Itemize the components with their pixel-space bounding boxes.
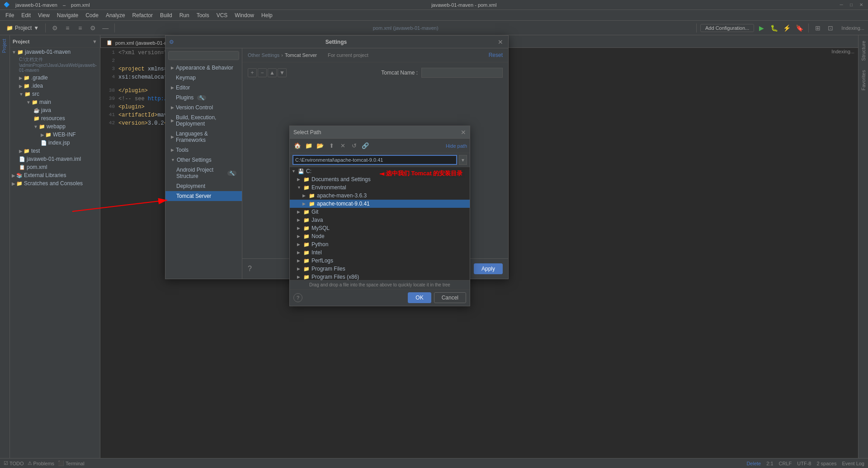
sp-path-input[interactable] <box>292 155 457 165</box>
toolbar-btn-4[interactable]: ⚙ <box>87 23 98 33</box>
right-tab-1[interactable]: Structure <box>859 37 868 65</box>
nav-languages[interactable]: ▶ Languages & Frameworks <box>165 129 242 145</box>
tree-item-java[interactable]: ☕ java <box>10 106 100 114</box>
menu-navigate[interactable]: Navigate <box>53 11 82 19</box>
tomcat-name-input[interactable] <box>421 68 503 78</box>
menu-tools[interactable]: Tools <box>193 11 213 19</box>
nav-tools[interactable]: ▶ Tools <box>165 145 242 155</box>
toolbar-btn-9[interactable]: ⊡ <box>825 23 836 33</box>
tree-item-ext-libs[interactable]: ▶ 📚 External Libraries <box>10 171 100 179</box>
sp-hide-path-btn[interactable]: Hide path <box>446 143 467 149</box>
nav-appearance[interactable]: ▶ Appearance & Behavior <box>165 63 242 73</box>
sp-delete-btn[interactable]: ✕ <box>338 141 348 151</box>
tree-item-pomxml[interactable]: 📋 pom.xml <box>10 163 100 171</box>
line-ending[interactable]: CRLF <box>779 461 792 466</box>
nav-keymap[interactable]: ▶ Keymap <box>165 73 242 83</box>
menu-analyze[interactable]: Analyze <box>102 11 129 19</box>
menu-refactor[interactable]: Refactor <box>129 11 156 19</box>
minimize-btn[interactable]: ─ <box>838 2 844 8</box>
sp-refresh-btn[interactable]: ↺ <box>349 141 359 151</box>
sp-help-btn[interactable]: ? <box>293 293 302 302</box>
close-btn[interactable]: ✕ <box>858 2 864 8</box>
nav-deployment[interactable]: Deployment <box>165 181 242 191</box>
todo-btn[interactable]: ☑ TODO <box>4 460 24 466</box>
sp-new-folder-btn[interactable]: 📂 <box>315 141 325 151</box>
sp-dropdown-btn[interactable]: ▼ <box>459 155 467 165</box>
toolbar-btn-2[interactable]: ≡ <box>62 23 73 33</box>
sp-item-git[interactable]: ▶ 📁 Git <box>290 208 470 216</box>
remove-btn[interactable]: − <box>258 68 267 77</box>
problems-btn[interactable]: ⚠ Problems <box>28 460 54 466</box>
tree-item-main[interactable]: ▼ 📁 main <box>10 98 100 106</box>
menu-build[interactable]: Build <box>156 11 176 19</box>
nav-android[interactable]: Android Project Structure 🔧 <box>165 165 242 181</box>
add-config-btn[interactable]: Add Configuration... <box>700 24 754 32</box>
sp-item-python[interactable]: ▶ 📁 Python <box>290 240 470 248</box>
menu-help[interactable]: Help <box>258 11 276 19</box>
tree-item-idea[interactable]: ▶ 📁 .idea <box>10 82 100 90</box>
nav-other-settings[interactable]: ▼ Other Settings <box>165 155 242 165</box>
nav-tomcat-server[interactable]: Tomcat Server <box>165 191 242 201</box>
settings-reset[interactable]: Reset <box>489 52 503 58</box>
sp-item-node[interactable]: ▶ 📁 Node <box>290 232 470 240</box>
help-icon[interactable]: ? <box>248 265 252 273</box>
maximize-btn[interactable]: □ <box>848 2 854 8</box>
menu-view[interactable]: View <box>34 11 53 19</box>
settings-close-btn[interactable]: ✕ <box>496 38 505 46</box>
tree-item-iml[interactable]: 📄 javaweb-01-maven.iml <box>10 155 100 163</box>
toolbar-btn-1[interactable]: ⚙ <box>49 23 60 33</box>
menu-code[interactable]: Code <box>82 11 102 19</box>
nav-version-control[interactable]: ▶ Version Control <box>165 103 242 112</box>
menu-edit[interactable]: Edit <box>18 11 34 19</box>
sp-item-programfiles[interactable]: ▶ 📁 Program Files <box>290 265 470 273</box>
toolbar-run-btn[interactable]: ▶ <box>756 23 767 33</box>
sp-folder-btn[interactable]: 📁 <box>304 141 314 151</box>
nav-editor[interactable]: ▶ Editor <box>165 83 242 93</box>
delete-action[interactable]: Delete <box>746 461 761 466</box>
sp-item-maven[interactable]: ▶ 📁 apache-maven-3.6.3 <box>290 192 470 200</box>
sp-item-env[interactable]: ▼ 📁 Environmental <box>290 183 470 192</box>
toolbar-btn-8[interactable]: ⊞ <box>812 23 823 33</box>
sp-item-intel[interactable]: ▶ 📁 Intel <box>290 248 470 257</box>
menu-window[interactable]: Window <box>231 11 258 19</box>
add-btn[interactable]: + <box>248 68 257 77</box>
event-log-btn[interactable]: Event Log <box>842 461 864 466</box>
sp-item-java[interactable]: ▶ 📁 Java <box>290 216 470 224</box>
tree-item-webapp[interactable]: ▼ 📁 webapp <box>10 122 100 131</box>
tree-item-resources[interactable]: 📁 resources <box>10 114 100 122</box>
toolbar-btn-7[interactable]: 🔖 <box>794 23 805 33</box>
tree-item-webinf[interactable]: ▶ 📁 WEB-INF <box>10 131 100 139</box>
up-btn[interactable]: ▲ <box>268 68 277 77</box>
tree-item-scratches[interactable]: ▶ 📁 Scratches and Consoles <box>10 179 100 187</box>
menu-run[interactable]: Run <box>176 11 193 19</box>
sp-cancel-btn[interactable]: Cancel <box>434 292 466 303</box>
toolbar-btn-5[interactable]: — <box>100 23 111 33</box>
sp-item-perflogs[interactable]: ▶ 📁 PerfLogs <box>290 257 470 265</box>
nav-build[interactable]: ▶ Build, Execution, Deployment <box>165 112 242 129</box>
toolbar-btn-6[interactable]: ⚡ <box>781 23 792 33</box>
toolbar-debug-btn[interactable]: 🐛 <box>769 23 779 33</box>
sp-home-btn[interactable]: 🏠 <box>292 141 302 151</box>
down-btn[interactable]: ▼ <box>278 68 287 77</box>
toolbar-btn-3[interactable]: ≡ <box>75 23 85 33</box>
tree-item-indexjsp[interactable]: 📄 index.jsp <box>10 139 100 147</box>
sp-item-tomcat[interactable]: ▶ 📁 apache-tomcat-9.0.41 <box>290 200 470 208</box>
indent[interactable]: 2 spaces <box>816 461 836 466</box>
sp-item-mysql[interactable]: ▶ 📁 MySQL <box>290 224 470 232</box>
encoding[interactable]: UTF-8 <box>797 461 811 466</box>
tree-item-gradle[interactable]: ▶ 📁 .gradle <box>10 74 100 82</box>
apply-btn[interactable]: Apply <box>474 263 503 274</box>
sp-up-btn[interactable]: ⬆ <box>326 141 336 151</box>
sp-close-btn[interactable]: ✕ <box>461 129 466 136</box>
settings-search-input[interactable] <box>168 51 239 60</box>
tree-item-test[interactable]: ▶ 📁 test <box>10 147 100 155</box>
tree-item-src[interactable]: ▼ 📁 src <box>10 90 100 98</box>
menu-vcs[interactable]: VCS <box>213 11 231 19</box>
right-tab-2[interactable]: Favorites <box>859 66 868 94</box>
sp-item-programfiles86[interactable]: ▶ 📁 Program Files (x86) <box>290 273 470 280</box>
menu-file[interactable]: File <box>2 11 18 19</box>
project-root[interactable]: ▼ 📁 javaweb-01-maven <box>10 48 100 56</box>
project-tab[interactable]: Project <box>0 35 9 56</box>
sp-ok-btn[interactable]: OK <box>408 292 431 303</box>
terminal-btn[interactable]: ⬛ Terminal <box>58 460 85 466</box>
